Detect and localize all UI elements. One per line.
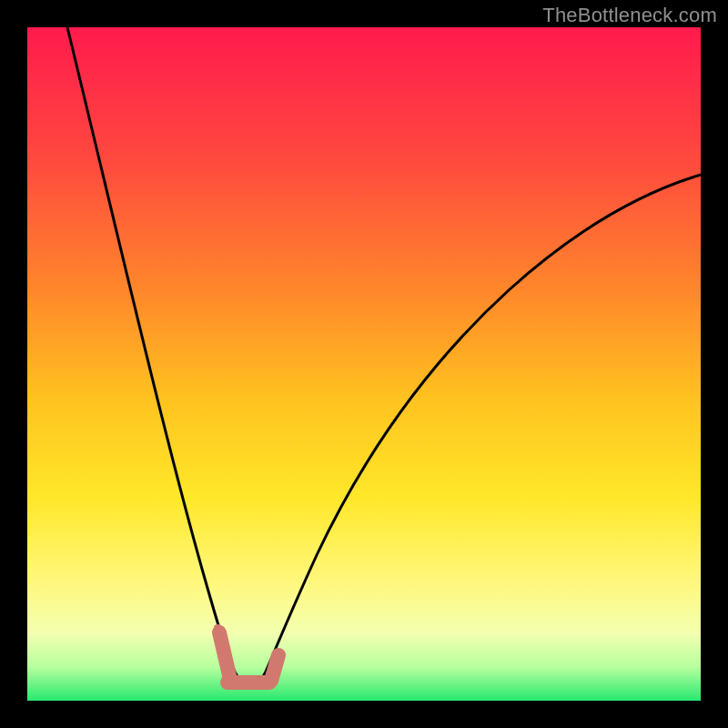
svg-line-0 — [219, 632, 229, 675]
chart-frame: { "watermark": "TheBottleneck.com", "col… — [0, 0, 728, 728]
svg-line-2 — [271, 655, 278, 681]
plot-background — [27, 27, 701, 701]
chart-svg — [0, 0, 728, 728]
svg-point-3 — [214, 624, 221, 632]
watermark-text: TheBottleneck.com — [542, 4, 717, 27]
